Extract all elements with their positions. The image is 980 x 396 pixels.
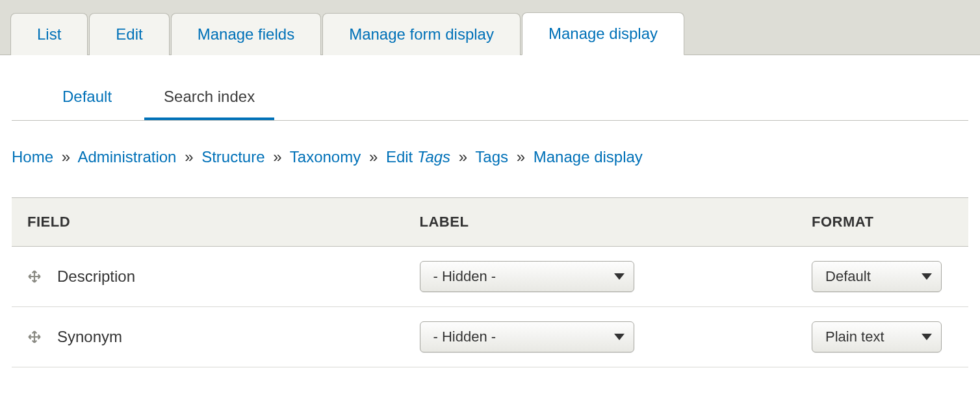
chevron-down-icon: [922, 334, 932, 340]
breadcrumb-separator: »: [181, 148, 197, 166]
crumb-tags[interactable]: Tags: [475, 148, 508, 166]
fields-table: FIELD LABEL FORMAT Description: [12, 197, 968, 367]
table-row: Description - Hidden - Default: [12, 247, 968, 307]
label-select[interactable]: - Hidden -: [420, 321, 634, 353]
breadcrumb-separator: »: [269, 148, 285, 166]
breadcrumb-separator: »: [58, 148, 74, 166]
crumb-taxonomy[interactable]: Taxonomy: [290, 148, 361, 166]
crumb-manage-display[interactable]: Manage display: [534, 148, 643, 166]
tab-manage-fields[interactable]: Manage fields: [171, 13, 321, 55]
crumb-structure[interactable]: Structure: [201, 148, 264, 166]
breadcrumb-separator: »: [365, 148, 381, 166]
chevron-down-icon: [614, 334, 625, 340]
chevron-down-icon: [614, 273, 625, 280]
table-row: Synonym - Hidden - Plain text: [12, 307, 968, 367]
breadcrumb-separator: »: [455, 148, 471, 166]
subtab-default[interactable]: Default: [43, 81, 131, 120]
crumb-edit-tags[interactable]: Edit Tags: [386, 148, 450, 166]
breadcrumb-separator: »: [513, 148, 529, 166]
select-value: - Hidden -: [433, 268, 496, 285]
select-value: Plain text: [825, 328, 884, 345]
field-name: Description: [57, 267, 135, 286]
crumb-home[interactable]: Home: [12, 148, 53, 166]
format-select[interactable]: Plain text: [812, 321, 942, 353]
chevron-down-icon: [922, 273, 932, 280]
tab-manage-form-display[interactable]: Manage form display: [322, 13, 521, 55]
select-value: Default: [825, 268, 871, 285]
field-name: Synonym: [57, 328, 122, 346]
th-format: FORMAT: [796, 198, 968, 247]
primary-tabs: List Edit Manage fields Manage form disp…: [0, 0, 980, 55]
breadcrumb: Home » Administration » Structure » Taxo…: [12, 121, 968, 166]
tab-manage-display[interactable]: Manage display: [522, 12, 684, 55]
select-value: - Hidden -: [433, 328, 496, 345]
subtab-search-index[interactable]: Search index: [144, 81, 274, 120]
label-select[interactable]: - Hidden -: [420, 261, 634, 292]
drag-handle-icon[interactable]: [27, 269, 42, 284]
th-label: LABEL: [404, 198, 797, 247]
th-field: FIELD: [12, 198, 404, 247]
crumb-administration[interactable]: Administration: [77, 148, 176, 166]
format-select[interactable]: Default: [812, 261, 942, 292]
secondary-tabs: Default Search index: [12, 81, 968, 121]
tab-list[interactable]: List: [10, 13, 88, 55]
tab-edit[interactable]: Edit: [89, 13, 169, 55]
drag-handle-icon[interactable]: [27, 330, 42, 344]
